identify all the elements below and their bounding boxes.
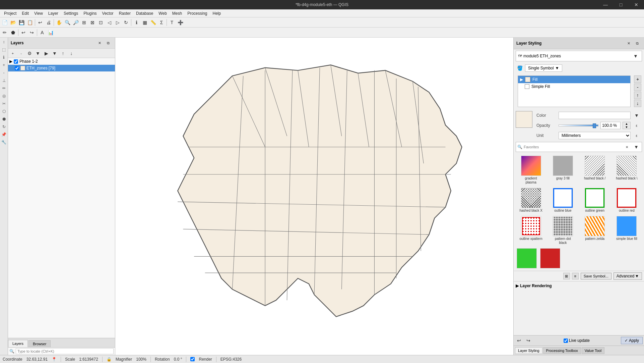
select-feature-tool[interactable]: ⬚: [0, 46, 8, 53]
symbol-hashed-slash[interactable]: hashed black /: [580, 155, 610, 186]
filter-layer-btn[interactable]: ▼: [34, 49, 42, 57]
opacity-input[interactable]: [600, 122, 621, 129]
symbol-outline-xpattern[interactable]: outline xpattern: [516, 215, 546, 246]
zoom-full-btn[interactable]: ⊞: [80, 18, 88, 27]
measure-tool[interactable]: ⊥: [0, 77, 8, 84]
opacity-up-arrow[interactable]: ▲: [623, 122, 630, 125]
move-up-symbol-btn[interactable]: ↑: [634, 92, 641, 99]
locate-input[interactable]: [16, 348, 114, 354]
symbol-hashed-x[interactable]: hashed black X: [516, 187, 546, 214]
opacity-down-arrow[interactable]: ▼: [623, 125, 630, 129]
redo-btn[interactable]: ↪: [28, 29, 36, 37]
symbol-hashed-backslash[interactable]: hashed black \: [611, 155, 642, 186]
calculator-btn[interactable]: Σ: [157, 18, 166, 27]
favorites-menu-btn[interactable]: ▼: [632, 143, 640, 151]
add-layer-tb-btn[interactable]: +: [9, 49, 17, 57]
opacity-expr-btn[interactable]: ε: [633, 121, 641, 129]
grid-view-btn[interactable]: ⊞: [563, 273, 570, 279]
advanced-button[interactable]: Advanced ▼: [614, 272, 642, 280]
revert-btn[interactable]: ↩: [36, 18, 44, 27]
styling-close-btn[interactable]: ✕: [625, 39, 633, 47]
digitize-tool[interactable]: ✏: [0, 85, 8, 92]
layer-dropdown-btn[interactable]: ▼: [632, 52, 640, 60]
symbol-gradient-plasma[interactable]: gradient plasma: [516, 155, 546, 186]
apply-button[interactable]: ✓ Apply: [621, 337, 643, 344]
label-btn[interactable]: T: [168, 18, 176, 27]
digitize-btn[interactable]: ⬟: [9, 29, 17, 37]
labeling-btn[interactable]: A: [38, 29, 46, 37]
tab-layers[interactable]: Layers: [8, 340, 28, 347]
plugin-tool[interactable]: 🔧: [0, 139, 8, 146]
single-symbol-btn[interactable]: Single Symbol ▼: [525, 64, 562, 72]
save-symbol-button[interactable]: Save Symbol...: [581, 273, 611, 279]
edit2-btn[interactable]: ✏: [1, 29, 9, 37]
color-preview-box[interactable]: [516, 111, 532, 128]
symbol-simple-blue-fill[interactable]: simple blue fill: [611, 215, 642, 246]
symbol-simple-red[interactable]: [539, 247, 561, 269]
color-arrow-btn[interactable]: ▼: [633, 111, 641, 119]
undo-btn[interactable]: ↩: [19, 29, 27, 37]
annotation-tool[interactable]: 📌: [0, 131, 8, 138]
symbol-outline-red[interactable]: outline red: [611, 187, 642, 214]
pan-tool[interactable]: ↕: [0, 38, 8, 46]
menu-layer[interactable]: Layer: [46, 10, 61, 16]
favorites-input[interactable]: [524, 145, 622, 149]
zoom-in-btn[interactable]: 🔍: [63, 18, 71, 27]
list-view-btn[interactable]: ≡: [572, 273, 579, 279]
symbol-pattern-zelda[interactable]: pattern zelda: [580, 215, 610, 246]
rotate-tool[interactable]: ↻: [0, 123, 8, 131]
tab-browser[interactable]: Browser: [28, 340, 51, 347]
diagram-btn[interactable]: 📊: [47, 29, 55, 37]
move-down-btn[interactable]: ↓: [67, 49, 75, 57]
collapse-layers-btn[interactable]: ▼: [51, 49, 59, 57]
symbol-simple-green[interactable]: [516, 247, 538, 269]
layers-close-btn[interactable]: ✕: [95, 39, 104, 47]
tab-processing-toolbox[interactable]: Processing Toolbox: [543, 347, 581, 354]
pan-btn[interactable]: ✋: [55, 18, 63, 27]
map-canvas[interactable]: [115, 38, 513, 355]
identify-tool[interactable]: ℹ: [0, 54, 8, 61]
zoom-out-btn[interactable]: 🔎: [72, 18, 80, 27]
phase12-visibility[interactable]: [14, 59, 18, 64]
menu-help[interactable]: Help: [210, 10, 224, 16]
layers-float-btn[interactable]: ⧉: [104, 39, 112, 47]
save-as-btn[interactable]: 📋: [26, 18, 34, 27]
add-layer-btn[interactable]: ➕: [176, 18, 184, 27]
menu-database[interactable]: Database: [133, 10, 156, 16]
expand-layers-btn[interactable]: ▶: [42, 49, 50, 57]
minimize-button[interactable]: —: [598, 0, 613, 9]
identify-btn[interactable]: ℹ: [132, 18, 140, 27]
save-project-btn[interactable]: 💾: [17, 18, 25, 27]
unit-select[interactable]: Millimeters: [559, 132, 631, 139]
menu-web[interactable]: Web: [156, 10, 169, 16]
menu-edit[interactable]: Edit: [19, 10, 31, 16]
symbol-outline-green[interactable]: outline green: [580, 187, 610, 214]
ethzones-visibility[interactable]: [15, 66, 19, 70]
layer-group-phase12[interactable]: ▶ Phase 1-2: [8, 58, 115, 65]
select-btn[interactable]: ▦: [141, 18, 149, 27]
maximize-button[interactable]: □: [613, 0, 629, 9]
redo-style-btn[interactable]: ↪: [524, 336, 532, 345]
layer-rendering-toggle[interactable]: ▶ Layer Rendering: [516, 283, 642, 289]
node-tool[interactable]: ◎: [0, 92, 8, 100]
menu-processing[interactable]: Processing: [185, 10, 210, 16]
favorites-clear-btn[interactable]: ✕: [623, 143, 631, 151]
tab-value-tool[interactable]: Value Tool: [582, 347, 604, 354]
zoom-select-btn[interactable]: ⊡: [97, 18, 105, 27]
color-picker[interactable]: [559, 112, 631, 119]
menu-project[interactable]: Project: [1, 10, 19, 16]
close-button[interactable]: ✕: [629, 0, 644, 9]
layer-props-btn[interactable]: ⚙: [25, 49, 34, 57]
paint-bucket-btn[interactable]: 🪣: [516, 64, 524, 72]
menu-mesh[interactable]: Mesh: [170, 10, 185, 16]
opacity-slider[interactable]: [559, 124, 598, 126]
menu-plugins[interactable]: Plugins: [81, 10, 99, 16]
symbol-outline-blue[interactable]: outline blue: [548, 187, 578, 214]
opacity-spinner-up[interactable]: ▲ ▼: [623, 122, 631, 129]
zoom-layer-btn[interactable]: ⊠: [88, 18, 96, 27]
menu-raster[interactable]: Raster: [116, 10, 133, 16]
zoom-prev-btn[interactable]: ◁: [105, 18, 113, 27]
symbol-pattern-dot-black[interactable]: pattern dot black: [548, 215, 578, 246]
symbol-gray3fill[interactable]: gray 3 fill: [548, 155, 578, 186]
print-btn[interactable]: 🖨: [45, 18, 53, 27]
